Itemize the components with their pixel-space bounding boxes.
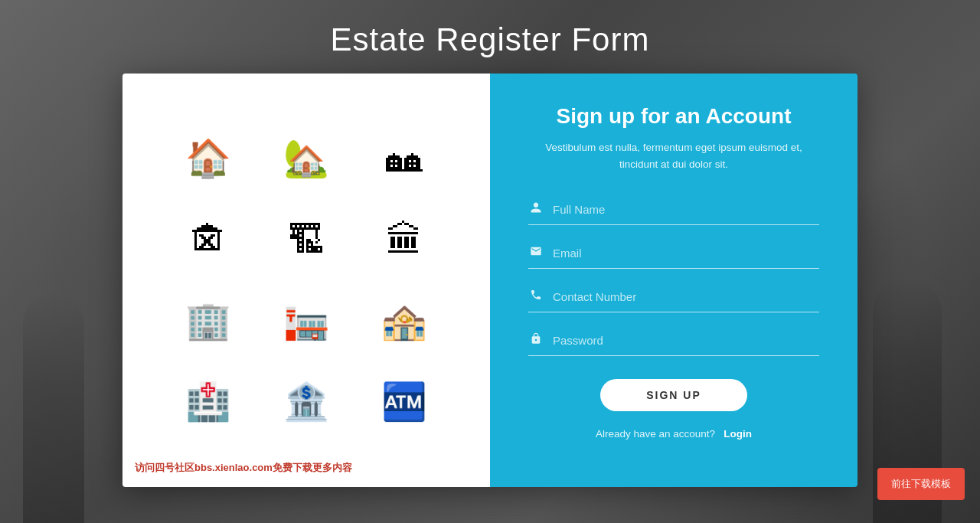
main-container: 🏠 🏡 🏘 🏚 🏗 🏛 🏢 🏣 🏤 🏥 🏦 🏧 访问四号社区bbs.xienla… bbox=[122, 74, 858, 487]
download-button[interactable]: 前往下载模板 bbox=[877, 468, 965, 500]
signup-title: Sign up for an Account bbox=[557, 104, 792, 129]
watermark-text: 访问四号社区bbs.xienlao.com免费下载更多内容 bbox=[135, 461, 352, 475]
house-icon-11: 🏦 bbox=[259, 363, 354, 441]
house-icon-8: 🏣 bbox=[259, 282, 354, 360]
phone-icon bbox=[528, 289, 544, 304]
full-name-input[interactable] bbox=[553, 203, 819, 216]
password-input[interactable] bbox=[553, 334, 819, 347]
house-icon-3: 🏘 bbox=[357, 119, 452, 198]
lock-icon bbox=[528, 332, 544, 348]
house-icon-10: 🏥 bbox=[161, 363, 256, 441]
house-icon-4: 🏚 bbox=[161, 201, 256, 279]
email-group bbox=[528, 237, 819, 269]
signup-button[interactable]: SIGN UP bbox=[600, 379, 747, 411]
email-input[interactable] bbox=[553, 247, 819, 260]
login-link-row: Already have an account? Login bbox=[596, 428, 752, 440]
signup-description: Vestibulum est nulla, fermentum eget ips… bbox=[528, 139, 819, 172]
person-icon bbox=[528, 201, 544, 217]
login-link[interactable]: Login bbox=[724, 428, 752, 440]
house-icon-9: 🏤 bbox=[357, 282, 452, 360]
page-title-bar: Estate Register Form bbox=[0, 0, 980, 74]
house-icon-2: 🏡 bbox=[259, 119, 354, 198]
contact-input[interactable] bbox=[553, 290, 819, 303]
house-icon-6: 🏛 bbox=[357, 201, 452, 279]
full-name-group bbox=[528, 194, 819, 225]
houses-grid: 🏠 🏡 🏘 🏚 🏗 🏛 🏢 🏣 🏤 🏥 🏦 🏧 bbox=[161, 119, 452, 441]
contact-group bbox=[528, 281, 819, 312]
already-account-text: Already have an account? bbox=[596, 428, 715, 440]
email-icon bbox=[528, 245, 544, 260]
page-title: Estate Register Form bbox=[0, 21, 980, 58]
house-icon-7: 🏢 bbox=[161, 282, 256, 360]
person-silhouette-left bbox=[23, 293, 84, 523]
left-panel: 🏠 🏡 🏘 🏚 🏗 🏛 🏢 🏣 🏤 🏥 🏦 🏧 访问四号社区bbs.xienla… bbox=[122, 74, 490, 487]
password-group bbox=[528, 325, 819, 356]
house-icon-5: 🏗 bbox=[259, 201, 354, 279]
house-icon-12: 🏧 bbox=[357, 363, 452, 441]
right-panel: Sign up for an Account Vestibulum est nu… bbox=[490, 74, 858, 487]
house-icon-1: 🏠 bbox=[161, 119, 256, 198]
